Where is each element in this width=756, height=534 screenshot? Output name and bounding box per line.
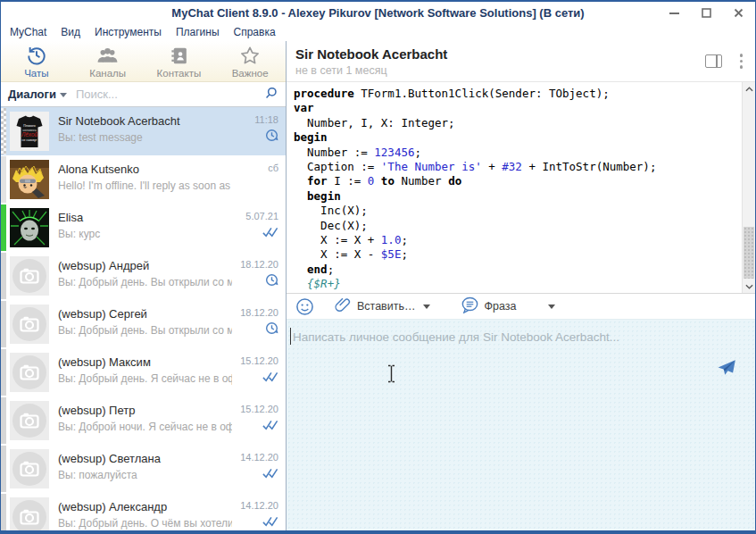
message-input[interactable]: Написать личное сообщение для Sir Notebo…: [287, 319, 755, 530]
split-view-icon[interactable]: [705, 54, 722, 68]
chat-preview: Вы: Добрый день. Вы открыли со мн...: [58, 324, 232, 337]
nav-toolbar: ЧатыКаналыКонтактыВажное: [1, 41, 286, 82]
avatar-naruto: [10, 160, 49, 199]
chat-list-item-9[interactable]: (websup) АлександрВы: Добрый день. О чём…: [1, 493, 286, 530]
code-message: procedure TForm1.Button1Click(Sender: TO…: [287, 82, 742, 293]
presence-indicator: [1, 446, 6, 492]
svg-text:не назовут: не назовут: [22, 138, 37, 142]
chat-time: 15.12.20: [240, 404, 278, 414]
chat-time: 18.12.20: [240, 259, 278, 270]
send-icon[interactable]: [716, 357, 737, 382]
maximize-button[interactable]: [696, 4, 716, 21]
code-line: X := X - $5E;: [294, 247, 735, 262]
code-line: var: [294, 101, 735, 115]
chat-time: 14.12.20: [240, 452, 278, 463]
chat-list-item-5[interactable]: (websup) СергейВы: Добрый день. Вы откры…: [1, 300, 286, 348]
chat-preview: Вы: курс: [58, 228, 232, 240]
code-line: asm: [294, 292, 735, 293]
avatar-shodan: [10, 208, 49, 247]
pending-clock-icon: [265, 273, 278, 287]
search-row: Диалоги: [1, 82, 286, 107]
avatar-camera: [10, 353, 49, 392]
search-icon[interactable]: [264, 86, 278, 104]
scroll-down-icon[interactable]: [743, 280, 756, 293]
avatar-camera: [10, 497, 49, 530]
toolbar-tab-chats[interactable]: Чаты: [1, 41, 72, 81]
read-double-check-icon: [262, 418, 278, 431]
message-area: procedure TForm1.Button1Click(Sender: TO…: [287, 82, 755, 293]
scrollbar-thumb[interactable]: [744, 227, 754, 279]
menu-item-1[interactable]: MyChat: [10, 26, 46, 38]
message-scrollbar[interactable]: [742, 82, 755, 293]
code-line: Dec(X);: [294, 219, 735, 233]
presence-indicator: [1, 349, 6, 396]
phrase-button[interactable]: Фраза: [461, 296, 517, 316]
chat-list-item-6[interactable]: (websup) МаксимВы: Добрый день. Я сейчас…: [1, 348, 286, 396]
chevron-down-icon: [60, 93, 67, 97]
pending-clock-icon: [265, 321, 278, 335]
presence-indicator: [1, 204, 6, 251]
chat-list-item-1[interactable]: ПлохогочеловекаЛёхойне назовутSir Notebo…: [1, 107, 286, 155]
address-book-icon: [168, 44, 190, 67]
mouse-ibeam-cursor: [386, 364, 396, 387]
toolbar-tab-channels[interactable]: Каналы: [72, 41, 144, 81]
scroll-up-icon[interactable]: [743, 82, 756, 96]
read-double-check-icon: [262, 466, 278, 480]
avatar-camera: [10, 449, 49, 488]
chat-time: 5.07.21: [245, 211, 278, 221]
menu-bar: MyChatВидИнструментыПлагиныСправка: [1, 23, 755, 41]
insert-button[interactable]: Вставить…: [334, 296, 430, 317]
toolbar-tab-contacts[interactable]: Контакты: [144, 41, 215, 81]
menu-item-5[interactable]: Справка: [234, 26, 276, 38]
chat-list-item-4[interactable]: (websup) АндрейВы: Добрый день. Вы откры…: [1, 252, 286, 300]
code-line: X := X + 1.0;: [294, 233, 735, 247]
search-input[interactable]: [76, 88, 264, 101]
chat-preview: Вы: Добрый день. Я сейчас не в офи...: [58, 372, 232, 385]
chat-list-item-2[interactable]: Alona KutsenkoHello! I'm offline. I'll r…: [1, 155, 286, 204]
phrase-bubble-icon: [461, 296, 479, 316]
input-placeholder: Написать личное сообщение для Sir Notebo…: [293, 330, 619, 344]
presence-indicator: [1, 156, 6, 203]
chat-time: 14.12.20: [240, 500, 278, 511]
presence-indicator: [1, 301, 6, 347]
menu-item-2[interactable]: Вид: [61, 26, 80, 38]
chat-name: (websup) Александр: [58, 500, 232, 513]
chat-list-item-7[interactable]: (websup) ПетрВы: Доброй ночи. Я сейчас н…: [1, 396, 286, 445]
peer-name: Sir Notebook Acerbacht: [295, 46, 705, 62]
chat-list-item-3[interactable]: ElisaВы: курс5.07.21: [1, 204, 286, 252]
more-menu-icon[interactable]: [738, 52, 745, 71]
dialogs-filter-label: Диалоги: [8, 88, 56, 101]
phrase-dropdown-caret-icon[interactable]: [548, 305, 555, 309]
window-title: MyChat Client 8.9.0 - Alexey Pikurov [Ne…: [171, 6, 584, 20]
menu-item-4[interactable]: Плагины: [176, 26, 220, 38]
code-line: Caption := 'The Number is' + #32 + IntTo…: [294, 160, 735, 174]
menu-item-3[interactable]: Инструменты: [95, 26, 162, 38]
chat-list-item-8[interactable]: (websup) СветланаВы: пожалуйста14.12.20: [1, 445, 286, 493]
conversation-panel: Sir Notebook Acerbacht не в сети 1 месяц…: [287, 41, 755, 530]
chat-time: 18.12.20: [240, 307, 278, 318]
minimize-button[interactable]: [664, 4, 684, 21]
chat-name: Alona Kutsenko: [58, 163, 232, 176]
chat-name: (websup) Максим: [58, 355, 232, 369]
star-icon: [238, 44, 262, 67]
emoji-button[interactable]: [295, 297, 314, 316]
read-double-check-icon: [262, 514, 278, 528]
avatar-camera: [10, 256, 49, 296]
toolbar-tab-important[interactable]: Важное: [214, 41, 286, 81]
close-button[interactable]: [728, 4, 748, 21]
read-double-check-icon: [262, 370, 278, 383]
presence-indicator: [1, 108, 6, 154]
text-caret: [290, 328, 291, 345]
presence-indicator: [1, 494, 6, 530]
sidebar: ЧатыКаналыКонтактыВажное Диалоги Плохого…: [1, 41, 287, 530]
toolbar-tab-label: Каналы: [89, 68, 126, 79]
chat-name: (websup) Андрей: [58, 259, 232, 272]
code-line: {$R+}: [294, 277, 735, 291]
code-line: Number, I, X: Integer;: [294, 116, 735, 130]
toolbar-tab-label: Важное: [232, 68, 269, 79]
svg-text:Плохого: Плохого: [23, 124, 36, 128]
dialogs-filter-dropdown[interactable]: Диалоги: [8, 88, 67, 101]
pending-clock-icon: [265, 129, 278, 142]
chat-preview: Вы: пожалуйста: [58, 469, 232, 481]
code-line: Inc(X);: [294, 204, 735, 218]
